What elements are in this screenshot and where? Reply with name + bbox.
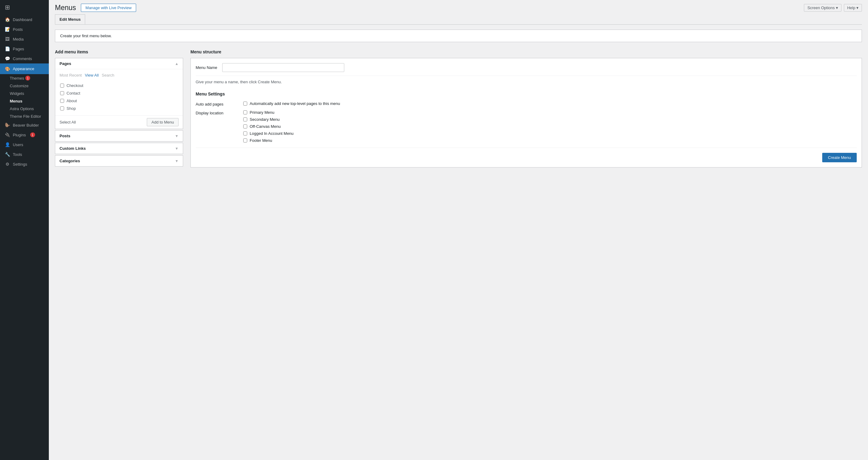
users-icon: 👤: [5, 142, 10, 147]
pages-accordion-header[interactable]: Pages ▲: [55, 58, 183, 69]
primary-menu-checkbox[interactable]: [243, 110, 247, 114]
help-button[interactable]: Help ▾: [844, 4, 862, 11]
about-checkbox[interactable]: [60, 99, 64, 103]
posts-accordion-header[interactable]: Posts ▼: [55, 131, 183, 141]
pages-subtabs: Most Recent View All Search: [60, 72, 179, 78]
menu-settings-title: Menu Settings: [196, 92, 857, 96]
display-location-label: Display location: [196, 110, 238, 115]
submenu-item-themes[interactable]: Themes 1: [0, 74, 49, 82]
categories-accordion-header[interactable]: Categories ▼: [55, 156, 183, 166]
subtab-search[interactable]: Search: [102, 72, 114, 78]
top-bar: Menus Manage with Live Preview Screen Op…: [49, 0, 868, 12]
sidebar-logo: ⊞: [0, 0, 49, 14]
categories-accordion-arrow-icon: ▼: [175, 159, 179, 163]
screen-options-button[interactable]: Screen Options ▾: [804, 4, 841, 11]
secondary-menu-checkbox[interactable]: [243, 118, 247, 122]
menu-footer: Create Menu: [196, 147, 857, 162]
logged-in-account-menu-checkbox-row: Logged In Account Menu: [243, 131, 293, 136]
appearance-icon: 🎨: [5, 66, 10, 71]
subtab-view-all[interactable]: View All: [85, 72, 99, 78]
list-item: About: [60, 97, 179, 105]
submenu-item-astra-options[interactable]: Astra Options: [0, 105, 49, 112]
off-canvas-menu-label: Off-Canvas Menu: [250, 124, 281, 129]
appearance-arrow-icon: ◀: [40, 66, 44, 72]
pages-accordion-arrow-icon: ▲: [175, 62, 179, 66]
submenu-item-theme-file-editor[interactable]: Theme File Editor: [0, 112, 49, 120]
menu-name-label: Menu Name: [196, 65, 217, 70]
off-canvas-menu-checkbox-row: Off-Canvas Menu: [243, 124, 293, 129]
screen-options-area: Screen Options ▾ Help ▾: [804, 4, 862, 11]
live-preview-button[interactable]: Manage with Live Preview: [81, 4, 136, 12]
sidebar-item-users[interactable]: 👤 Users: [0, 140, 49, 150]
off-canvas-menu-checkbox[interactable]: [243, 125, 247, 128]
tools-icon: 🔧: [5, 152, 10, 157]
content-area: Create your first menu below. Add menu i…: [49, 25, 868, 173]
shop-checkbox[interactable]: [60, 106, 64, 110]
menu-hint: Give your menu a name, then click Create…: [196, 79, 857, 84]
plugins-badge: 1: [30, 132, 35, 137]
subtab-most-recent[interactable]: Most Recent: [60, 72, 82, 78]
sidebar: ⊞ 🏠 Dashboard 📝 Posts 🖼 Media 📄 Pages 💬 …: [0, 0, 49, 460]
pages-accordion-body: Most Recent View All Search Checkout: [55, 69, 183, 115]
sidebar-item-tools[interactable]: 🔧 Tools: [0, 150, 49, 159]
menu-name-row: Menu Name: [196, 63, 857, 76]
auto-add-checkbox-row: Automatically add new top-level pages to…: [243, 101, 340, 106]
submenu-item-menus[interactable]: Menus: [0, 97, 49, 105]
logged-in-account-menu-checkbox[interactable]: [243, 131, 247, 135]
themes-badge: 1: [25, 76, 30, 80]
add-menu-items-title: Add menu items: [55, 50, 183, 54]
pages-icon: 📄: [5, 46, 10, 51]
posts-accordion: Posts ▼: [55, 130, 183, 141]
primary-menu-checkbox-row: Primary Menu: [243, 110, 293, 115]
auto-add-pages-row: Auto add pages Automatically add new top…: [196, 101, 857, 106]
footer-menu-checkbox-row: Footer Menu: [243, 138, 293, 143]
sidebar-item-appearance[interactable]: 🎨 Appearance ◀: [0, 63, 49, 74]
display-location-options: Primary Menu Secondary Menu Off-Canvas M…: [243, 110, 293, 143]
submenu-item-customize[interactable]: Customize: [0, 82, 49, 90]
sidebar-item-beaver-builder[interactable]: 🦫 Beaver Builder: [0, 120, 49, 130]
checkout-checkbox[interactable]: [60, 84, 64, 88]
page-list: Checkout Contact About: [60, 82, 179, 112]
list-item: Shop: [60, 105, 179, 112]
beaver-builder-icon: 🦫: [5, 123, 10, 128]
add-to-menu-button[interactable]: Add to Menu: [147, 118, 179, 126]
sidebar-item-plugins[interactable]: 🔌 Plugins 1: [0, 130, 49, 140]
sidebar-item-settings[interactable]: ⚙ Settings: [0, 159, 49, 169]
create-menu-button[interactable]: Create Menu: [822, 153, 857, 162]
submenu-item-widgets[interactable]: Widgets: [0, 90, 49, 97]
display-location-row: Display location Primary Menu Secondary …: [196, 110, 857, 143]
sidebar-item-comments[interactable]: 💬 Comments: [0, 54, 49, 63]
media-icon: 🖼: [5, 37, 10, 41]
auto-add-checkbox[interactable]: [243, 102, 247, 105]
notice-box: Create your first menu below.: [55, 30, 862, 42]
main-content: Menus Manage with Live Preview Screen Op…: [49, 0, 868, 460]
settings-icon: ⚙: [5, 162, 10, 167]
auto-add-options: Automatically add new top-level pages to…: [243, 101, 340, 106]
sidebar-item-dashboard[interactable]: 🏠 Dashboard: [0, 14, 49, 24]
tabs-bar: Edit Menus: [55, 14, 862, 25]
two-col-layout: Add menu items Pages ▲ Most Recent View …: [55, 50, 862, 168]
sidebar-item-pages[interactable]: 📄 Pages: [0, 44, 49, 54]
custom-links-accordion-header[interactable]: Custom Links ▼: [55, 143, 183, 154]
auto-add-checkbox-label: Automatically add new top-level pages to…: [250, 101, 340, 106]
contact-checkbox[interactable]: [60, 91, 64, 95]
auto-add-label: Auto add pages: [196, 101, 238, 106]
select-all-link[interactable]: Select All: [60, 120, 76, 125]
page-title: Menus: [55, 4, 76, 12]
sidebar-item-posts[interactable]: 📝 Posts: [0, 24, 49, 34]
pages-accordion: Pages ▲ Most Recent View All Search C: [55, 58, 183, 129]
logged-in-account-menu-label: Logged In Account Menu: [250, 131, 293, 136]
custom-links-accordion: Custom Links ▼: [55, 143, 183, 154]
plugins-icon: 🔌: [5, 132, 10, 137]
comments-icon: 💬: [5, 56, 10, 61]
footer-menu-checkbox[interactable]: [243, 138, 247, 142]
sidebar-item-media[interactable]: 🖼 Media: [0, 34, 49, 44]
tab-edit-menus[interactable]: Edit Menus: [55, 14, 85, 24]
pages-accordion-footer: Select All Add to Menu: [55, 115, 183, 129]
dashboard-icon: 🏠: [5, 17, 10, 22]
menu-name-input[interactable]: [222, 63, 344, 72]
menu-structure-column: Menu structure Menu Name Give your menu …: [190, 50, 862, 167]
categories-accordion: Categories ▼: [55, 155, 183, 167]
list-item: Contact: [60, 89, 179, 97]
menu-structure-box: Menu Name Give your menu a name, then cl…: [190, 58, 862, 167]
